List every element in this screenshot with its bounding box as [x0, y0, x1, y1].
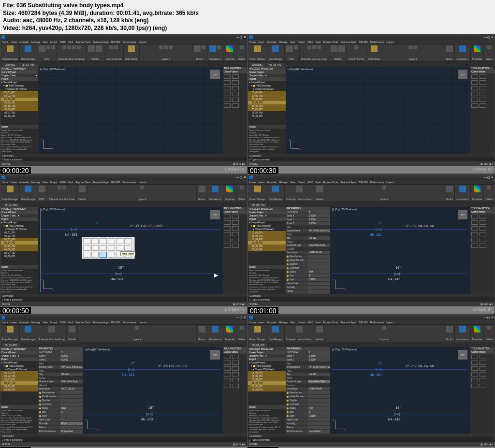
graphical-style-field[interactable]: Gate Valve Style [308, 380, 330, 383]
ribbon[interactable]: Project Manager Data Manager P&ID Schema… [248, 44, 495, 62]
file-line: File: 036 Substituting valve body types.… [3, 2, 492, 10]
details-text: Status: File is accessible Number: Name:… [0, 129, 38, 154]
menu-tabs[interactable]: HomeInsertAnnotate ManageViewOutput A360… [0, 40, 247, 44]
properties-panel[interactable]: PROPERTIES AOPPASSET▾ Scale Y0.2500 Scal… [38, 347, 83, 434]
thumbnail-grid: — ▢ ✕ HomeInsertAnnotate ManageViewOutpu… [0, 34, 495, 448]
view-label[interactable]: [-] [Top] [2D Wireframe] [40, 68, 65, 71]
titlebar: — ▢ ✕ [0, 34, 247, 40]
properties-panel[interactable]: PROPERTIES AOPPASSET▾ Scale X0.2500 Scal… [286, 207, 330, 294]
status-bar[interactable]: MODEL ▦ ⊞ ⊡ ◉ ▾ [0, 161, 247, 166]
ribbon[interactable]: Project Manager Data Manager P&ID Schema… [0, 44, 247, 62]
palette-icon[interactable] [224, 74, 231, 79]
tree-item[interactable]: 05_06_PID [0, 108, 38, 111]
thumbnail-2: — ▢ ✕ HomeInsertAnnotate ManageViewOutpu… [248, 34, 495, 174]
drawing-canvas[interactable]: [-] [Top] [2D Wireframe] TOP YX [286, 67, 470, 154]
knife-valve-option[interactable] [100, 252, 107, 258]
size-label: 2" [95, 221, 99, 225]
drawing-canvas[interactable]: [-] [Top] [2D Wireframe] TOP 2" 2"-CS150… [38, 207, 223, 294]
thumbnail-5: — ▢ ✕ HomeInsertAnnotate ManageViewOutpu… [0, 314, 248, 448]
video-line: Video: h264, yuv420p, 1280x720, 226 kb/s… [3, 25, 492, 32]
valve-selected-icon[interactable]: ▷◁ [376, 227, 381, 231]
flow-arrow-icon: ▶ [214, 272, 218, 278]
size-line: Size: 4607284 bytes (4,39 MiB), duration… [3, 10, 492, 17]
line-tag: 2"-CS150-FG-5003 [130, 224, 162, 228]
ucs-icon: YX [41, 138, 54, 151]
tooltip: Knife Valve [120, 251, 135, 256]
doc-tabs[interactable]: Drawing1 05_03_PID ＋ [0, 62, 247, 67]
drawing-canvas[interactable]: [-] [Top] [2D Wireframe] TOP YX [38, 67, 223, 154]
thumbnail-4: — ▢ ✕ HomeInsertAnnotate ManageViewOutpu… [248, 174, 495, 314]
tree-item[interactable]: 05_03_PID [0, 98, 38, 101]
properties-panel[interactable]: PROPERTIES AOPPASSET▾ Scale Y0.2500 Scal… [286, 347, 330, 434]
timestamp-label: 00:00:20 [0, 167, 31, 174]
autocad-window: — ▢ ✕ HomeInsertAnnotate ManageViewOutpu… [0, 34, 247, 166]
normally-dropdown[interactable]: NC ▾ [60, 422, 83, 425]
valve-symbol[interactable]: ▷◁ [116, 272, 121, 276]
project-tree[interactable]: ▸ SampleProject ▾ 📁 P&ID Drawings ▾ Chap… [0, 81, 38, 125]
tree-item[interactable]: 05_08_PID [0, 115, 38, 118]
valve-symbol[interactable]: ▷◁ [71, 227, 77, 231]
tree-item[interactable]: 05_07_PID [0, 111, 38, 115]
tool-palettes[interactable]: TOOL PALETTES - ... Control Valves [223, 67, 247, 154]
tree-item[interactable]: 05_01_PID [0, 91, 38, 94]
tree-item[interactable]: 05_04_PID [0, 101, 38, 104]
thumbnail-6: — ▢ ✕ HomeInsertAnnotate ManageViewOutpu… [248, 314, 495, 448]
project-manager-panel[interactable]: PROJECT MANAGER Current Project Chapter … [0, 67, 38, 154]
app-icon [1, 35, 5, 39]
project-manager-panel[interactable]: PROJECT MANAGER Current Project Chapter … [248, 67, 286, 154]
chevron-down-icon[interactable]: ▾ [36, 74, 37, 77]
window-controls[interactable]: — ▢ ✕ [236, 35, 246, 39]
thumbnail-1: — ▢ ✕ HomeInsertAnnotate ManageViewOutpu… [0, 34, 248, 174]
linkedin-watermark: Linked in [225, 167, 244, 172]
command-line[interactable]: Command: ▸ Type a command [0, 154, 247, 161]
viewcube[interactable]: TOP [210, 70, 220, 79]
thumbnail-3: — ▢ ✕ HomeInsertAnnotate ManageViewOutpu… [0, 174, 248, 314]
media-info-header: File: 036 Substituting valve body types.… [0, 0, 495, 34]
valve-tag: HA-161 [65, 233, 77, 237]
tree-item[interactable]: 05_02_PID [0, 94, 38, 98]
tree-item[interactable]: 05_05_PID [0, 104, 38, 108]
menu-tabs[interactable]: HomeInsertAnnotate ManageViewOutput A360… [248, 40, 495, 44]
audio-line: Audio: aac, 48000 Hz, 2 channels, s16, 1… [3, 17, 492, 25]
